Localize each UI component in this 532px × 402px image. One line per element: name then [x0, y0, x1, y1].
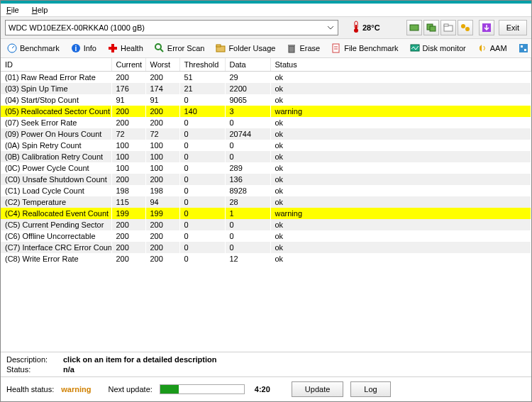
cell-data: 0 [225, 151, 270, 162]
tab-info[interactable]: iInfo [66, 40, 101, 56]
cell-worst: 100 [145, 140, 179, 151]
cell-status: ok [270, 253, 531, 264]
cell-threshold: 0 [179, 94, 225, 106]
table-row[interactable]: (05) Reallocated Sector Count2002001403w… [1, 106, 531, 117]
svg-point-9 [465, 27, 470, 31]
table-row[interactable]: (01) Raw Read Error Rate2002005129ok [1, 72, 531, 84]
tab-aam[interactable]: AAM [472, 40, 512, 56]
col-worst[interactable]: Worst [145, 58, 179, 72]
copy-icon[interactable] [423, 20, 439, 35]
svg-rect-25 [524, 49, 526, 51]
cell-threshold: 0 [179, 253, 225, 264]
tab-random-access[interactable]: Random Access [514, 40, 532, 56]
cell-current: 200 [111, 72, 145, 84]
menubar: File Help [1, 4, 531, 17]
cell-threshold: 0 [179, 208, 225, 219]
cell-status: ok [270, 83, 531, 94]
col-current[interactable]: Current [111, 58, 145, 72]
cell-id: (C4) Reallocated Event Count [1, 208, 111, 219]
tab-folder-usage[interactable]: Folder Usage [211, 40, 280, 56]
table-row[interactable]: (0A) Spin Retry Count10010000ok [1, 140, 531, 151]
cell-id: (C6) Offline Uncorrectable [1, 230, 111, 242]
cell-current: 100 [111, 151, 145, 162]
log-button[interactable]: Log [350, 381, 390, 397]
svg-rect-15 [109, 47, 117, 50]
download-icon[interactable] [479, 20, 494, 35]
options-icon[interactable] [458, 20, 473, 35]
cell-status: ok [270, 94, 531, 106]
cell-data: 289 [225, 162, 270, 174]
col-data[interactable]: Data [225, 58, 270, 72]
next-update-label: Next update: [108, 385, 152, 393]
tab-error-scan[interactable]: Error Scan [150, 40, 210, 56]
svg-point-16 [155, 44, 161, 50]
chevron-down-icon [325, 22, 336, 33]
table-row[interactable]: (03) Spin Up Time176174212200ok [1, 83, 531, 94]
cell-id: (0B) Calibration Retry Count [1, 151, 111, 162]
svg-rect-23 [519, 44, 528, 52]
cell-id: (09) Power On Hours Count [1, 128, 111, 140]
cell-status: ok [270, 117, 531, 128]
table-row[interactable]: (09) Power On Hours Count7272020744ok [1, 128, 531, 140]
cell-worst: 199 [145, 208, 179, 219]
screenshot-icon[interactable] [406, 20, 422, 35]
table-row[interactable]: (C8) Write Error Rate200200012ok [1, 253, 531, 264]
tab-disk-monitor[interactable]: Disk monitor [405, 40, 471, 56]
table-row[interactable]: (C2) Temperature11594028ok [1, 196, 531, 208]
cell-status: ok [270, 72, 531, 84]
table-row[interactable]: (C0) Unsafe Shutdown Count2002000136ok [1, 174, 531, 185]
menu-help[interactable]: Help [31, 5, 50, 15]
cell-status: ok [270, 151, 531, 162]
cell-status: ok [270, 219, 531, 230]
cell-data: 3 [225, 106, 270, 117]
svg-rect-2 [355, 25, 357, 30]
temperature-value: 28°C [362, 23, 380, 32]
menu-file[interactable]: File [5, 5, 21, 15]
col-threshold[interactable]: Threshold [179, 58, 225, 72]
cell-threshold: 21 [179, 83, 225, 94]
svg-rect-19 [289, 46, 294, 52]
col-id[interactable]: ID [1, 58, 111, 72]
table-row[interactable]: (C1) Load Cycle Count19819808928ok [1, 185, 531, 196]
col-status[interactable]: Status [270, 58, 531, 72]
table-row[interactable]: (C7) Interface CRC Error Count20020000ok [1, 242, 531, 253]
table-row[interactable]: (C6) Offline Uncorrectable20020000ok [1, 230, 531, 242]
cell-worst: 91 [145, 94, 179, 106]
cell-current: 100 [111, 162, 145, 174]
update-button[interactable]: Update [292, 381, 343, 397]
smart-table-wrap[interactable]: ID Current Worst Threshold Data Status (… [1, 58, 531, 352]
cell-id: (C1) Load Cycle Count [1, 185, 111, 196]
table-row[interactable]: (0B) Calibration Retry Count10010000ok [1, 151, 531, 162]
cell-threshold: 51 [179, 72, 225, 84]
svg-rect-21 [333, 44, 339, 52]
cell-current: 91 [111, 94, 145, 106]
cell-data: 1 [225, 208, 270, 219]
table-row[interactable]: (04) Start/Stop Count919109065ok [1, 94, 531, 106]
cell-data: 29 [225, 72, 270, 84]
cell-threshold: 0 [179, 140, 225, 151]
cell-threshold: 0 [179, 185, 225, 196]
cell-worst: 198 [145, 185, 179, 196]
cell-current: 199 [111, 208, 145, 219]
table-row[interactable]: (C5) Current Pending Sector20020000ok [1, 219, 531, 230]
table-row[interactable]: (C4) Reallocated Event Count19919901warn… [1, 208, 531, 219]
cell-id: (C8) Write Error Rate [1, 253, 111, 264]
cell-threshold: 0 [179, 162, 225, 174]
exit-button[interactable]: Exit [499, 20, 527, 35]
svg-rect-24 [521, 45, 523, 48]
tab-benchmark[interactable]: Benchmark [2, 40, 65, 56]
tab-health[interactable]: Health [103, 40, 148, 56]
table-row[interactable]: (0C) Power Cycle Count1001000289ok [1, 162, 531, 174]
cell-worst: 200 [145, 230, 179, 242]
cell-threshold: 0 [179, 196, 225, 208]
cell-data: 0 [225, 219, 270, 230]
device-select[interactable]: WDC WD10EZEX-00RKKA0 (1000 gB) [5, 20, 338, 35]
tab-erase[interactable]: Erase [282, 40, 325, 56]
folder-icon[interactable] [440, 20, 456, 35]
cell-id: (C7) Interface CRC Error Count [1, 242, 111, 253]
cell-status: ok [270, 162, 531, 174]
table-row[interactable]: (07) Seek Error Rate20020000ok [1, 117, 531, 128]
cell-id: (0C) Power Cycle Count [1, 162, 111, 174]
cell-threshold: 0 [179, 219, 225, 230]
tab-file-benchmark[interactable]: File Benchmark [326, 40, 403, 56]
